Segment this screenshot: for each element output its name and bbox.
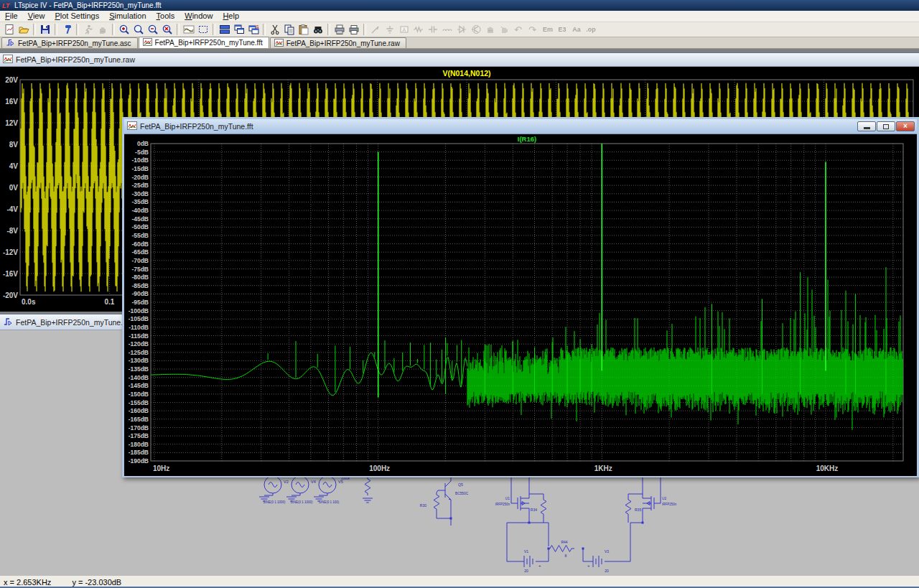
svg-text:-20V: -20V: [3, 291, 18, 299]
toolbar: sA↶↷EmE3Aa.op: [0, 22, 919, 37]
svg-text:0.0s: 0.0s: [22, 298, 36, 306]
new-schematic-icon[interactable]: [2, 23, 17, 36]
control-panel-icon[interactable]: [60, 23, 74, 36]
svg-text:-100dB: -100dB: [129, 307, 149, 314]
menu-window[interactable]: Window: [179, 11, 218, 22]
zoom-back-icon[interactable]: [131, 23, 146, 36]
menu-tools[interactable]: Tools: [151, 11, 180, 22]
svg-text:V2: V2: [284, 480, 289, 484]
minimize-button[interactable]: [857, 121, 876, 131]
svg-text:-130dB: -130dB: [129, 357, 149, 364]
fft-x-axis-labels: 10Hz100Hz1KHz10KHz: [153, 465, 838, 472]
svg-text:1KHz: 1KHz: [594, 465, 612, 472]
fft-plot-canvas[interactable]: 0dB-5dB-10dB-15dB-20dB-25dB-30dB-35dB-40…: [124, 134, 917, 476]
mirror-icon: Em: [541, 23, 555, 36]
fft-trace: [151, 144, 902, 430]
svg-text:-15dB: -15dB: [131, 165, 149, 172]
svg-text:IRFP250n: IRFP250n: [495, 503, 510, 506]
fft-y-axis-labels: 0dB-5dB-10dB-15dB-20dB-25dB-30dB-35dB-40…: [129, 140, 149, 465]
open-icon[interactable]: [17, 23, 31, 36]
svg-text:Q5: Q5: [458, 482, 463, 487]
page-setup-icon[interactable]: [332, 23, 347, 36]
svg-text:8: 8: [565, 554, 567, 558]
status-bar: x = 2.653KHz y = -23.030dB: [0, 575, 919, 588]
mdi-area: FetPA_Bip+IRFP250n_myTune.raw 20V16V12V8…: [0, 49, 919, 575]
zoom-select-icon[interactable]: [196, 23, 210, 36]
svg-text:10KHz: 10KHz: [816, 465, 839, 472]
svg-text:-12V: -12V: [3, 248, 18, 256]
close-button[interactable]: ×: [896, 121, 915, 131]
waveform-icon: [143, 38, 152, 47]
rotate-icon: E3: [555, 23, 569, 36]
raw-window-titlebar[interactable]: FetPA_Bip+IRFP250n_myTune.raw: [0, 53, 919, 67]
svg-text:R35: R35: [635, 508, 641, 512]
svg-text:-140dB: -140dB: [129, 374, 149, 381]
halt-icon: [95, 23, 110, 36]
svg-text:+: +: [538, 564, 541, 568]
tab-raw[interactable]: FetPA_Bip+IRFP250n_myTune.raw: [270, 37, 406, 48]
svg-text:↷: ↷: [528, 24, 537, 35]
find-icon[interactable]: [311, 23, 325, 36]
svg-text:-185dB: -185dB: [129, 449, 149, 456]
menu-file[interactable]: File: [0, 11, 23, 22]
maximize-button[interactable]: [877, 121, 895, 131]
svg-text:-55dB: -55dB: [131, 232, 149, 239]
svg-text:-16V: -16V: [3, 270, 18, 278]
svg-text:-175dB: -175dB: [129, 432, 149, 439]
toolbar-separator: [55, 24, 57, 35]
zoom-full-icon[interactable]: [160, 23, 174, 36]
svg-text:-160dB: -160dB: [129, 407, 149, 414]
ltspice-app: LT LTspice IV - FetPA_Bip+IRFP250n_myTun…: [0, 0, 919, 588]
fft-window-titlebar[interactable]: FetPA_Bip+IRFP250n_myTune.fft ×: [124, 119, 917, 134]
svg-text:+: +: [587, 564, 590, 568]
tile-windows-icon[interactable]: [218, 23, 232, 36]
svg-text:100Hz: 100Hz: [369, 465, 390, 472]
svg-text:4V: 4V: [9, 162, 19, 170]
svg-text:16V: 16V: [5, 98, 18, 106]
toolbar-separator: [263, 24, 266, 35]
save-icon[interactable]: [38, 23, 52, 36]
cursor-y-readout: y = -23.030dB: [72, 578, 121, 587]
app-title: LTspice IV - FetPA_Bip+IRFP250n_myTune.f…: [14, 1, 161, 9]
print-icon[interactable]: [347, 23, 361, 36]
tab-fft[interactable]: FetPA_Bip+IRFP250n_myTune.fft: [139, 37, 269, 48]
zoom-in-icon[interactable]: [117, 23, 131, 36]
menu-simulation[interactable]: Simulation: [104, 11, 151, 22]
paste-icon[interactable]: [297, 23, 311, 36]
svg-text:-120dB: -120dB: [129, 340, 149, 347]
svg-text:-80dB: -80dB: [131, 274, 149, 281]
window-controls: ×: [857, 121, 917, 131]
new-window-icon[interactable]: s: [246, 23, 261, 36]
svg-text:20: 20: [524, 569, 528, 573]
svg-text:-40dB: -40dB: [131, 207, 149, 214]
app-titlebar[interactable]: LT LTspice IV - FetPA_Bip+IRFP250n_myTun…: [0, 0, 919, 11]
cut-icon[interactable]: [268, 23, 282, 36]
svg-text:-65dB: -65dB: [131, 248, 149, 256]
spice-directive-icon: .op: [584, 23, 598, 36]
svg-text:-105dB: -105dB: [129, 315, 149, 322]
copy-icon[interactable]: [282, 23, 297, 36]
redo-icon: ↷: [526, 23, 541, 36]
cursor-x-readout: x = 2.653KHz: [4, 578, 51, 587]
svg-text:SINE(0 1 100): SINE(0 1 100): [319, 500, 340, 504]
zoom-out-icon[interactable]: [146, 23, 160, 36]
svg-text:20: 20: [605, 569, 609, 573]
svg-text:SINE(0 1 1000): SINE(0 1 1000): [263, 500, 286, 504]
draw-wire-icon: [368, 23, 383, 36]
fft-plot-grid: [151, 144, 903, 461]
menu-plot-settings[interactable]: Plot Settings: [50, 11, 104, 22]
menu-help[interactable]: Help: [218, 11, 244, 22]
svg-text:V1: V1: [524, 549, 528, 554]
svg-text:-135dB: -135dB: [129, 365, 149, 373]
raw-y-axis-labels: 20V16V12V8V4V0V-4V-8V-12V-16V-20V: [3, 76, 18, 299]
autorange-icon[interactable]: [182, 23, 196, 36]
tab-asc[interactable]: FetPA_Bip+IRFP250n_myTune.asc: [1, 37, 138, 48]
cascade-windows-icon[interactable]: [232, 23, 246, 36]
svg-text:-125dB: -125dB: [129, 349, 149, 356]
waveform-icon: [274, 39, 284, 48]
menu-view[interactable]: View: [23, 11, 50, 22]
toolbar-separator: [33, 24, 36, 35]
svg-text:-75dB: -75dB: [131, 266, 149, 273]
raw-x-axis-labels: 0.0s 0.1: [22, 298, 115, 306]
svg-text:SINE(0 1 1000): SINE(0 1 1000): [290, 500, 313, 504]
